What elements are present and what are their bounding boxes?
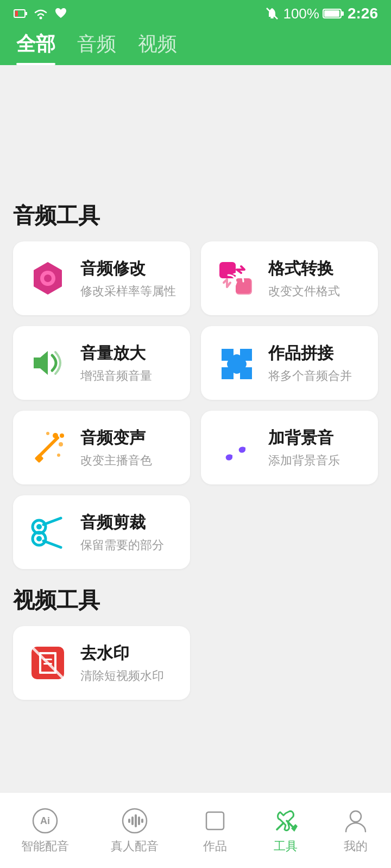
- video-tools-section: 视频工具: [13, 585, 378, 700]
- nav-tools[interactable]: 工具: [261, 801, 311, 860]
- tool-audio-trim[interactable]: 音频剪裁 保留需要的部分: [13, 495, 190, 569]
- tab-all[interactable]: 全部: [16, 31, 55, 65]
- svg-rect-34: [39, 672, 56, 674]
- nav-mine-label: 我的: [344, 838, 368, 854]
- add-bgm-text: 加背景音 添加背景音乐: [268, 427, 340, 469]
- nav-ai-dub-label: 智能配音: [21, 838, 69, 854]
- voice-change-text: 音频变声 改变主播音色: [80, 427, 152, 469]
- tool-volume-boost[interactable]: 音量放大 增强音频音量: [13, 326, 190, 400]
- format-convert-icon: [214, 257, 257, 300]
- svg-rect-1: [25, 12, 27, 15]
- volume-boost-icon: [26, 341, 70, 385]
- svg-point-23: [46, 432, 49, 435]
- voice-change-desc: 改变主播音色: [80, 452, 152, 469]
- svg-point-22: [57, 454, 60, 457]
- svg-point-11: [44, 275, 52, 282]
- svg-point-30: [36, 536, 42, 541]
- svg-line-48: [277, 823, 283, 829]
- tab-video[interactable]: 视频: [138, 31, 177, 65]
- audio-trim-icon: [26, 510, 70, 554]
- add-bgm-desc: 添加背景音乐: [268, 452, 340, 469]
- works-icon: [201, 807, 229, 835]
- audio-edit-icon: [26, 257, 70, 300]
- audio-trim-name: 音频剪裁: [80, 512, 164, 534]
- tool-work-splice[interactable]: 作品拼接 将多个音频合并: [201, 326, 378, 400]
- add-bgm-name: 加背景音: [268, 427, 340, 449]
- svg-line-27: [43, 518, 61, 525]
- video-tools-title: 视频工具: [13, 585, 378, 615]
- svg-point-21: [59, 442, 63, 446]
- svg-point-50: [350, 811, 361, 822]
- svg-rect-8: [341, 11, 344, 16]
- tab-audio[interactable]: 音频: [77, 31, 116, 65]
- battery-percent: 100%: [283, 5, 319, 22]
- status-bar: 100% 2:26: [0, 0, 391, 27]
- svg-point-3: [40, 17, 42, 20]
- tools-icon: [272, 807, 300, 835]
- svg-line-18: [38, 438, 58, 457]
- svg-rect-4: [270, 17, 274, 18]
- tool-audio-edit[interactable]: 音频修改 修改采样率等属性: [13, 241, 190, 315]
- audio-tools-title: 音频工具: [13, 201, 378, 231]
- audio-trim-desc: 保留需要的部分: [80, 537, 164, 553]
- svg-line-28: [43, 541, 61, 547]
- nav-ai-dub[interactable]: Ai 智能配音: [10, 801, 80, 860]
- remove-watermark-icon: [26, 641, 70, 685]
- remove-watermark-text: 去水印 清除短视频水印: [80, 642, 164, 684]
- heart-icon: [53, 6, 68, 21]
- svg-rect-45: [138, 816, 140, 825]
- remove-watermark-name: 去水印: [80, 642, 164, 665]
- voice-change-icon: [26, 426, 70, 469]
- work-splice-name: 作品拼接: [268, 342, 352, 365]
- audio-edit-text: 音频修改 修改采样率等属性: [80, 258, 176, 299]
- human-dub-icon: [121, 807, 149, 835]
- wifi-icon: [33, 6, 49, 21]
- svg-rect-7: [324, 10, 339, 17]
- volume-boost-text: 音量放大 增强音频音量: [80, 342, 152, 384]
- audio-tools-section: 音频工具 音频修改 修改采样率等属性: [13, 201, 378, 569]
- remove-watermark-desc: 清除短视频水印: [80, 668, 164, 684]
- nav-human-dub-label: 真人配音: [111, 838, 159, 854]
- audio-edit-name: 音频修改: [80, 258, 176, 280]
- tool-voice-change[interactable]: 音频变声 改变主播音色: [13, 411, 190, 484]
- svg-rect-47: [206, 812, 224, 829]
- nav-works-label: 作品: [203, 838, 227, 854]
- nav-works[interactable]: 作品: [190, 801, 240, 860]
- mine-icon: [342, 807, 370, 835]
- add-bgm-icon: [214, 426, 257, 469]
- battery-low-icon: [13, 6, 28, 21]
- svg-rect-32: [39, 652, 56, 654]
- format-convert-name: 格式转换: [268, 258, 340, 280]
- nav-human-dub[interactable]: 真人配音: [100, 801, 169, 860]
- work-splice-text: 作品拼接 将多个音频合并: [268, 342, 352, 384]
- work-splice-icon: [214, 341, 257, 385]
- ai-dub-icon: Ai: [31, 807, 59, 835]
- svg-rect-46: [141, 819, 143, 823]
- format-convert-text: 格式转换 改变文件格式: [268, 258, 340, 299]
- nav-tools-label: 工具: [274, 838, 298, 854]
- top-tab-bar: 全部 音频 视频: [0, 27, 391, 65]
- voice-change-name: 音频变声: [80, 427, 152, 449]
- audio-trim-text: 音频剪裁 保留需要的部分: [80, 512, 164, 553]
- tool-remove-watermark[interactable]: 去水印 清除短视频水印: [13, 626, 190, 700]
- bottom-nav: Ai 智能配音 真人配音 作品: [0, 792, 391, 868]
- tool-format-convert[interactable]: 格式转换 改变文件格式: [201, 241, 378, 315]
- svg-point-24: [60, 433, 64, 438]
- audio-edit-desc: 修改采样率等属性: [80, 283, 176, 299]
- volume-boost-desc: 增强音频音量: [80, 368, 152, 384]
- time: 2:26: [348, 5, 378, 22]
- banner-area: [13, 76, 378, 195]
- tool-add-bgm[interactable]: 加背景音 添加背景音乐: [201, 411, 378, 484]
- bell-mute-icon: [264, 6, 280, 21]
- main-content: 音频工具 音频修改 修改采样率等属性: [0, 65, 391, 825]
- nav-mine[interactable]: 我的: [331, 801, 381, 860]
- svg-rect-44: [135, 814, 137, 827]
- svg-rect-42: [128, 819, 130, 823]
- svg-rect-43: [131, 816, 134, 825]
- status-left-icons: [13, 6, 68, 21]
- work-splice-desc: 将多个音频合并: [268, 368, 352, 384]
- audio-tools-grid: 音频修改 修改采样率等属性: [13, 241, 378, 484]
- format-convert-desc: 改变文件格式: [268, 283, 340, 299]
- svg-text:Ai: Ai: [40, 815, 50, 826]
- status-right-info: 100% 2:26: [264, 5, 378, 22]
